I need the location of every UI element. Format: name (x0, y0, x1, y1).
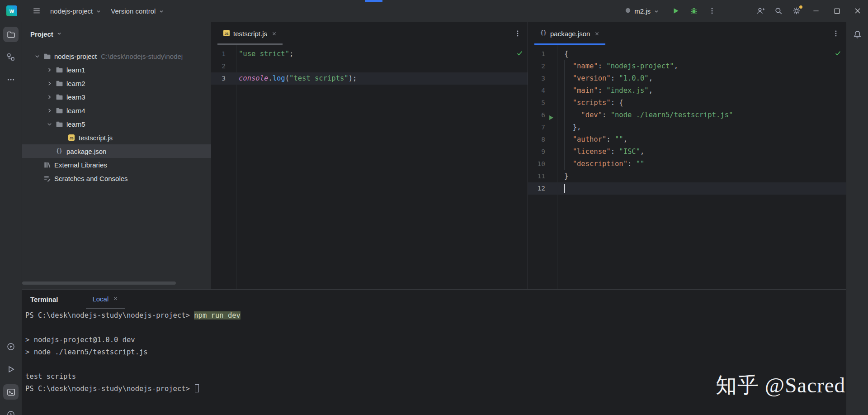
code-text: "use strict"; (231, 48, 293, 60)
chevron-down-icon[interactable] (31, 53, 43, 60)
code-text: "main": "index.js", (552, 85, 653, 97)
run-tool-tool-icon[interactable] (3, 362, 19, 377)
project-folder-tool-icon[interactable] (3, 27, 19, 42)
project-panel-header[interactable]: Project (22, 22, 211, 46)
vcs-selector[interactable]: Version control (106, 5, 169, 18)
chevron-right-icon[interactable] (43, 80, 56, 87)
svg-text:JS: JS (69, 136, 73, 140)
close-button[interactable] (847, 0, 868, 22)
right-tool-strip (846, 22, 868, 415)
line-number: 1 (528, 48, 552, 60)
code-text: "description": "" (552, 158, 644, 170)
line-number: 1 (211, 48, 231, 60)
search-button[interactable] (771, 3, 786, 19)
folder-icon (56, 66, 66, 74)
close-icon[interactable] (271, 31, 277, 37)
tree-item-learn5[interactable]: learn5 (22, 117, 211, 131)
json-file-icon: {} (540, 29, 547, 38)
clock-tool-icon[interactable] (3, 407, 19, 415)
terminal-line (25, 322, 846, 334)
code-text: "license": "ISC", (552, 146, 644, 158)
code-line: 4 "main": "index.js", (528, 85, 846, 97)
terminal-tab-local[interactable]: Local (86, 290, 125, 309)
tree-item-scratches-and-consoles[interactable]: Scratches and Consoles (22, 172, 211, 185)
code-text: "scripts": { (552, 97, 623, 109)
code-text: }, (552, 121, 581, 134)
tree-item-external-libraries[interactable]: External Libraries (22, 158, 211, 172)
run-button[interactable] (668, 3, 684, 19)
tree-item-label: learn1 (66, 66, 85, 74)
structure-tool-icon[interactable] (3, 49, 19, 65)
code-text: } (552, 170, 568, 182)
code-text: console.log("test scripts"); (231, 72, 357, 85)
code-line: 9 "license": "ISC", (528, 146, 846, 158)
terminal-line: > nodejs-project@1.0.0 dev (25, 334, 846, 346)
top-accent-strip (365, 0, 382, 2)
inspections-ok-icon (835, 48, 841, 61)
main-menu-button[interactable] (29, 3, 44, 19)
folder-icon (56, 120, 66, 128)
tree-item-learn2[interactable]: learn2 (22, 76, 211, 90)
line-number: 2 (528, 60, 552, 72)
tree-item-label: package.json (66, 148, 106, 155)
more-tool-icon[interactable] (3, 72, 19, 87)
kebab-menu-icon[interactable] (514, 29, 521, 38)
tree-item-label: Scratches and Consoles (54, 175, 128, 182)
notifications-tool-icon[interactable] (849, 27, 865, 42)
tree-item-learn1[interactable]: learn1 (22, 63, 211, 76)
run-config-label: m2.js (634, 7, 651, 15)
editor-pane-package-json: {} package.json 1{2 "name": "nodejs-proj… (528, 22, 846, 289)
project-tree: nodejs-projectC:\desk\nodejs-study\nodej… (22, 49, 211, 185)
maximize-button[interactable] (826, 0, 847, 22)
line-number: 9 (528, 146, 552, 158)
chevron-right-icon[interactable] (43, 94, 56, 100)
tree-item-nodejs-project[interactable]: nodejs-projectC:\desk\nodejs-study\nodej (22, 49, 211, 63)
settings-button[interactable] (789, 3, 804, 19)
line-number: 5 (528, 97, 552, 109)
tab-package-json[interactable]: {} package.json (534, 22, 605, 45)
text-caret (564, 184, 565, 193)
svg-text:{}: {} (540, 30, 547, 36)
close-icon[interactable] (594, 31, 600, 37)
terminal-title[interactable]: Terminal (30, 296, 58, 303)
ide-window: W nodejs-project Version control m2.js (0, 0, 868, 415)
code-line: 2 (211, 60, 528, 72)
folder-icon (43, 52, 54, 60)
project-panel: Project nodejs-projectC:\desk\nodejs-stu… (22, 22, 211, 289)
add-user-button[interactable] (753, 3, 768, 19)
project-selector[interactable]: nodejs-project (46, 5, 106, 18)
code-line: 3 "version": "1.0.0", (528, 72, 846, 85)
run-config-selector[interactable]: m2.js (620, 4, 664, 18)
terminal-tool-icon[interactable] (3, 384, 19, 400)
chevron-down-icon (56, 30, 62, 38)
tree-item-learn3[interactable]: learn3 (22, 90, 211, 104)
chevron-right-icon[interactable] (43, 107, 56, 114)
code-line: 12 (528, 182, 846, 195)
editor-content[interactable]: 1"use strict";23console.log("test script… (211, 45, 528, 289)
tree-item-testscript-js[interactable]: JStestscript.js (22, 131, 211, 144)
tree-item-label: External Libraries (54, 161, 107, 169)
line-number: 6 (528, 109, 552, 121)
kebab-menu-icon[interactable] (704, 3, 720, 19)
editor-area: JS testscript.js 1"use strict";23console… (211, 22, 846, 289)
terminal-line (25, 358, 846, 371)
chevron-down-icon[interactable] (43, 121, 56, 128)
line-number: 12 (528, 182, 552, 195)
folder-icon (56, 93, 66, 101)
close-icon[interactable] (113, 295, 118, 303)
horizontal-scrollbar[interactable] (22, 281, 176, 285)
folder-icon (56, 107, 66, 114)
debug-button[interactable] (686, 3, 702, 19)
kebab-menu-icon[interactable] (832, 29, 840, 38)
tree-item-learn4[interactable]: learn4 (22, 104, 211, 117)
editor-content[interactable]: 1{2 "name": "nodejs-project",3 "version"… (528, 45, 846, 289)
services-tool-icon[interactable] (3, 339, 19, 354)
chevron-right-icon[interactable] (43, 67, 56, 73)
tree-item-package-json[interactable]: {}package.json (22, 144, 211, 158)
project-selector-label: nodejs-project (50, 7, 93, 15)
vcs-selector-label: Version control (111, 7, 156, 15)
code-line: 3console.log("test scripts"); (211, 72, 528, 85)
tab-testscript-js[interactable]: JS testscript.js (217, 22, 283, 45)
minimize-button[interactable] (806, 0, 826, 22)
line-number: 4 (528, 85, 552, 97)
